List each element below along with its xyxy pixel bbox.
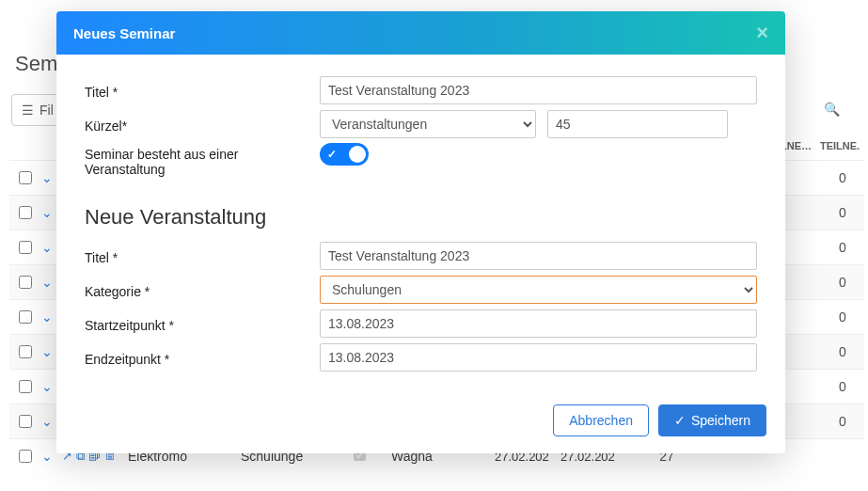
toggle-knob <box>349 146 366 163</box>
kuerzel-number <box>547 110 728 138</box>
event-title-label: Titel * <box>85 246 320 265</box>
event-start-input[interactable] <box>320 309 757 338</box>
modal-title: Neues Seminar <box>73 25 175 41</box>
kuerzel-label: Kürzel* <box>85 115 320 134</box>
event-title-input[interactable] <box>320 242 757 270</box>
check-icon: ✓ <box>327 148 337 161</box>
new-event-heading: Neue Veranstaltung <box>85 205 757 230</box>
event-end-input[interactable] <box>320 343 757 372</box>
event-category-label: Kategorie * <box>85 280 320 299</box>
kuerzel-select[interactable]: Veranstaltungen <box>320 110 536 138</box>
close-icon[interactable]: × <box>756 21 768 45</box>
event-end-label: Endzeitpunkt * <box>85 348 320 367</box>
single-event-label: Seminar besteht aus einer Veranstaltung <box>85 143 320 177</box>
modal-header: Neues Seminar × <box>56 11 785 55</box>
single-event-toggle[interactable]: ✓ <box>320 143 369 166</box>
cancel-button[interactable]: Abbrechen <box>553 404 649 436</box>
new-seminar-modal: Neues Seminar × Titel * Kürzel* Veransta… <box>56 11 785 453</box>
event-start-label: Startzeitpunkt * <box>85 314 320 333</box>
event-category-select[interactable]: Schulungen <box>320 276 757 304</box>
cancel-label: Abbrechen <box>569 413 633 428</box>
modal-footer: Abbrechen ✓ Speichern <box>56 393 785 453</box>
save-button[interactable]: ✓ Speichern <box>658 404 766 436</box>
modal-body: Titel * Kürzel* Veranstaltungen Seminar … <box>56 55 785 393</box>
save-label: Speichern <box>691 413 750 428</box>
seminar-title-input[interactable] <box>320 76 757 104</box>
seminar-title-label: Titel * <box>85 81 320 100</box>
check-icon: ✓ <box>674 413 686 428</box>
